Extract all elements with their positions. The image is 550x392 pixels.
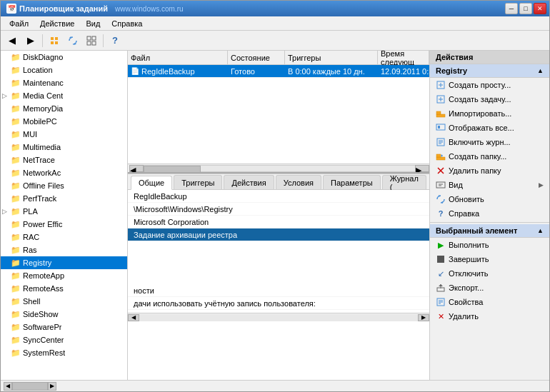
action-label: Создать задачу... <box>449 95 511 104</box>
tree-item-powereffic[interactable]: 📁 Power Effic <box>1 218 127 231</box>
detail-scroll-left[interactable]: ◀ <box>128 314 139 321</box>
tree-item-ras[interactable]: 📁 Ras <box>1 243 127 256</box>
sidebar-scroll-thumb[interactable] <box>12 382 48 391</box>
action-delete[interactable]: ✕ Удалить <box>430 309 549 323</box>
selected-header[interactable]: Выбранный элемент ▲ <box>430 224 549 238</box>
tree-item-shell[interactable]: 📁 Shell <box>1 295 127 308</box>
scrollbar-thumb[interactable] <box>144 166 201 173</box>
menu-view[interactable]: Вид <box>80 18 106 29</box>
folder-icon: 📁 <box>11 194 21 203</box>
action-create-folder[interactable]: Создать папку... <box>430 149 549 164</box>
sidebar-scroll-left[interactable]: ◀ <box>4 382 12 391</box>
close-button[interactable]: ✕ <box>534 3 546 14</box>
svg-rect-25 <box>436 154 441 157</box>
tree-item-sideshow[interactable]: 📁 SideShow <box>1 308 127 321</box>
registry-header[interactable]: Registry ▲ <box>430 64 549 78</box>
view-icon <box>436 180 446 190</box>
selected-title: Выбранный элемент <box>436 226 517 235</box>
action-create-simple[interactable]: Создать просту... <box>430 78 549 92</box>
tree-item-registry[interactable]: 📁 Registry <box>1 256 127 269</box>
table-row[interactable]: 📄 RegIdleBackup Готово В 0:00 каждые 10 … <box>128 65 429 78</box>
action-label: Выполнить <box>449 241 489 249</box>
center-panel: Файл Состояние Триггеры Время следующ 📄 … <box>128 51 429 380</box>
tree-item-mobilepc[interactable]: 📁 MobilePC <box>1 115 127 128</box>
tree-item-memorydia[interactable]: 📁 MemoryDia <box>1 102 127 115</box>
tree-item-rac[interactable]: 📁 RAC <box>1 231 127 243</box>
tab-actions[interactable]: Действия <box>224 175 274 189</box>
tree-label: NetTrace <box>23 156 55 164</box>
tab-params[interactable]: Параметры <box>323 175 381 189</box>
action-run[interactable]: ▶ Выполнить <box>430 238 549 252</box>
detail-scroll-right[interactable]: ▶ <box>418 314 429 321</box>
tree-item-perftrack[interactable]: 📁 PerfTrack <box>1 192 127 205</box>
tree-item-networkac[interactable]: 📁 NetworkAc <box>1 166 127 179</box>
svg-rect-16 <box>436 114 445 117</box>
detail-section-text: ности <box>134 286 154 295</box>
up-button[interactable] <box>46 33 63 49</box>
table-scroll[interactable]: ◀ ▶ <box>128 164 429 172</box>
tab-triggers[interactable]: Триггеры <box>174 175 222 189</box>
menu-help[interactable]: Справка <box>106 18 148 29</box>
forward-button[interactable]: ▶ <box>22 33 39 49</box>
action-enable-log[interactable]: Включить журн... <box>430 135 549 149</box>
action-help[interactable]: ? Справка <box>430 206 549 221</box>
scroll-left-btn[interactable]: ◀ <box>129 165 144 172</box>
maximize-button[interactable]: □ <box>519 3 532 14</box>
folder-icon: 📁 <box>11 284 21 293</box>
th-file[interactable]: Файл <box>128 51 228 64</box>
import-icon <box>436 109 446 119</box>
action-label: Удалить <box>449 312 479 321</box>
action-display-all[interactable]: Отображать все... <box>430 121 549 135</box>
tree-item-remoteass[interactable]: 📁 RemoteAss <box>1 282 127 295</box>
action-export[interactable]: Экспорт... <box>430 281 549 295</box>
action-import[interactable]: Импортировать... <box>430 106 549 121</box>
scrollbar-track[interactable] <box>144 165 415 172</box>
sidebar-scroll-right[interactable]: ▶ <box>48 382 56 391</box>
tree-item-mediacent[interactable]: ▷ 📁 Media Cent <box>1 89 127 102</box>
tree-item-nettrace[interactable]: 📁 NetTrace <box>1 154 127 166</box>
back-button[interactable]: ◀ <box>4 33 21 49</box>
refresh-button[interactable] <box>64 33 81 49</box>
action-finish[interactable]: Завершить <box>430 252 549 266</box>
action-refresh[interactable]: Обновить <box>430 192 549 206</box>
tree-item-systemrest[interactable]: 📁 SystemRest <box>1 346 127 359</box>
detail-description: Задание архивации реестра <box>134 231 237 239</box>
detail-scroll[interactable]: ◀ ▶ <box>128 313 429 321</box>
th-triggers[interactable]: Триггеры <box>285 51 378 64</box>
svg-marker-38 <box>439 284 443 286</box>
tree-item-location[interactable]: 📁 Location <box>1 64 127 76</box>
tree-item-mui[interactable]: 📁 MUI <box>1 128 127 141</box>
minimize-button[interactable]: ─ <box>505 3 518 14</box>
detail-scroll-track[interactable] <box>139 314 418 321</box>
show-button[interactable] <box>83 33 100 49</box>
tab-log[interactable]: Журнал ( <box>382 175 426 189</box>
refresh-action-icon <box>436 194 446 204</box>
menu-file[interactable]: Файл <box>4 18 34 29</box>
tree-label: Maintenanc <box>23 79 64 87</box>
tree-label: Registry <box>23 258 51 267</box>
tree-item-multimedia[interactable]: 📁 Multimedia <box>1 141 127 154</box>
menu-action[interactable]: Действие <box>34 18 80 29</box>
folder-icon: 📁 <box>11 130 21 139</box>
help-button[interactable]: ? <box>106 33 124 49</box>
th-next-run[interactable]: Время следующ <box>378 51 429 64</box>
detail-name: RegIdleBackup <box>134 192 187 201</box>
tree-item-maintenance[interactable]: 📁 Maintenanc <box>1 76 127 89</box>
tree-item-synccenter[interactable]: 📁 SyncCenter <box>1 333 127 346</box>
tree-item-remoteapp[interactable]: 📁 RemoteApp <box>1 269 127 282</box>
action-delete-folder[interactable]: Удалить папку <box>430 164 549 178</box>
scroll-right-btn[interactable]: ▶ <box>415 165 429 172</box>
tree-item-softwarepr[interactable]: 📁 SoftwarePr <box>1 321 127 333</box>
action-properties[interactable]: Свойства <box>430 295 549 309</box>
action-create-task[interactable]: Создать задачу... <box>430 92 549 106</box>
detail-description-row[interactable]: Задание архивации реестра <box>128 228 429 241</box>
tree-label: Shell <box>23 297 40 306</box>
action-view[interactable]: Вид ▶ <box>430 178 549 192</box>
tree-item-diskdiagno[interactable]: 📁 DiskDiagno <box>1 51 127 64</box>
tree-item-pla[interactable]: ▷ 📁 PLA <box>1 205 127 218</box>
th-status[interactable]: Состояние <box>228 51 285 64</box>
tab-general[interactable]: Общие <box>131 176 172 190</box>
tab-conditions[interactable]: Условия <box>276 175 321 189</box>
tree-item-offline[interactable]: 📁 Offline Files <box>1 179 127 192</box>
action-disable[interactable]: ↙ Отключить <box>430 266 549 281</box>
